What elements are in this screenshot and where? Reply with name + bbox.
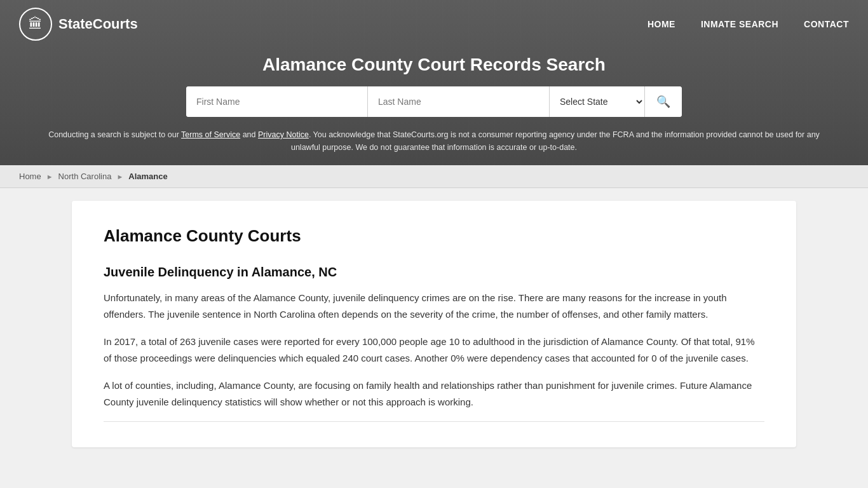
search-bar-container: Select StateAlabamaAlaskaArizonaArkansas… <box>0 86 868 128</box>
breadcrumb-county: Alamance <box>128 172 167 181</box>
navbar: 🏛 StateCourts HOME INMATE SEARCH CONTACT <box>0 0 868 48</box>
main-content: Alamance County Courts Juvenile Delinque… <box>59 188 809 460</box>
search-icon: 🔍 <box>656 95 670 109</box>
content-section-0: Juvenile Delinquency in Alamance, NC Unf… <box>104 265 764 410</box>
section-para-0-1: In 2017, a total of 263 juvenile cases w… <box>104 334 764 366</box>
page-title-area: Alamance County Court Records Search <box>0 48 868 86</box>
privacy-link[interactable]: Privacy Notice <box>258 130 309 139</box>
page-title: Alamance County Court Records Search <box>13 55 855 75</box>
breadcrumb-sep-1: ► <box>46 173 53 180</box>
state-select[interactable]: Select StateAlabamaAlaskaArizonaArkansas… <box>550 86 645 117</box>
first-name-input[interactable] <box>186 86 368 117</box>
section-para-0-2: A lot of counties, including, Alamance C… <box>104 377 764 410</box>
search-bar: Select StateAlabamaAlaskaArizonaArkansas… <box>186 86 682 117</box>
nav-home[interactable]: HOME <box>648 19 675 29</box>
terms-link[interactable]: Terms of Service <box>181 130 240 139</box>
section-para-0-0: Unfortunately, in many areas of the Alam… <box>104 290 764 322</box>
content-main-title: Alamance County Courts <box>104 226 764 246</box>
breadcrumb: Home ► North Carolina ► Alamance <box>0 165 868 188</box>
search-button[interactable]: 🔍 <box>645 86 682 117</box>
site-header: 🏛 StateCourts HOME INMATE SEARCH CONTACT… <box>0 0 868 165</box>
disclaimer-text: Conducting a search is subject to our Te… <box>0 128 868 165</box>
site-logo[interactable]: 🏛 StateCourts <box>19 8 138 41</box>
breadcrumb-sep-2: ► <box>116 173 123 180</box>
last-name-input[interactable] <box>368 86 550 117</box>
breadcrumb-home[interactable]: Home <box>19 172 41 181</box>
nav-inmate-search[interactable]: INMATE SEARCH <box>701 19 778 29</box>
breadcrumb-state[interactable]: North Carolina <box>58 172 112 181</box>
section-title-0: Juvenile Delinquency in Alamance, NC <box>104 265 764 280</box>
logo-icon: 🏛 <box>19 8 52 41</box>
nav-contact[interactable]: CONTACT <box>804 19 849 29</box>
content-card: Alamance County Courts Juvenile Delinque… <box>72 201 796 447</box>
content-divider <box>104 421 764 422</box>
site-name: StateCourts <box>58 16 138 32</box>
nav-links: HOME INMATE SEARCH CONTACT <box>648 19 849 29</box>
